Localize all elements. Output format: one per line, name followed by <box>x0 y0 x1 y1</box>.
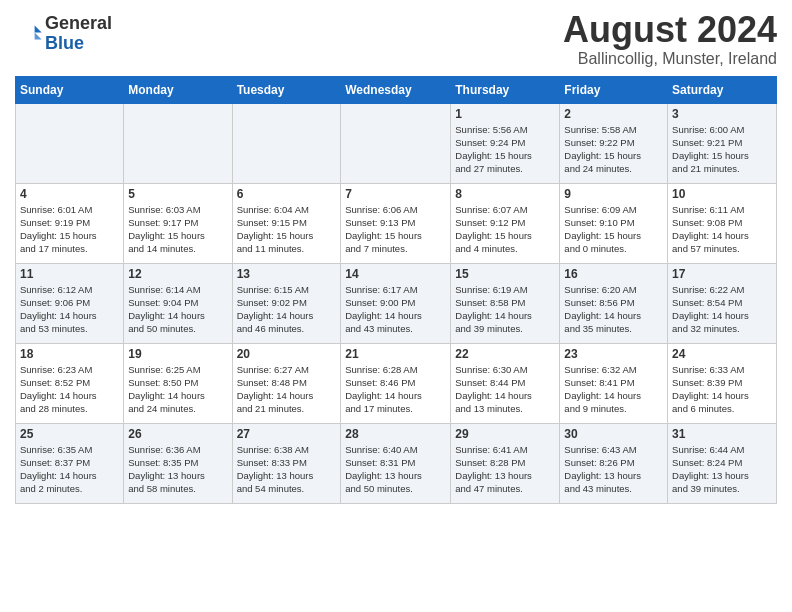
day-number: 26 <box>128 427 227 441</box>
day-number: 11 <box>20 267 119 281</box>
day-cell: 24Sunrise: 6:33 AM Sunset: 8:39 PM Dayli… <box>668 343 777 423</box>
day-cell: 21Sunrise: 6:28 AM Sunset: 8:46 PM Dayli… <box>341 343 451 423</box>
day-info: Sunrise: 6:40 AM Sunset: 8:31 PM Dayligh… <box>345 443 446 496</box>
day-info: Sunrise: 6:01 AM Sunset: 9:19 PM Dayligh… <box>20 203 119 256</box>
page-container: General Blue August 2024 Ballincollig, M… <box>0 0 792 514</box>
day-cell <box>341 103 451 183</box>
day-number: 7 <box>345 187 446 201</box>
logo-text: General Blue <box>45 14 112 54</box>
logo-blue: Blue <box>45 34 112 54</box>
day-info: Sunrise: 5:58 AM Sunset: 9:22 PM Dayligh… <box>564 123 663 176</box>
calendar-table: SundayMondayTuesdayWednesdayThursdayFrid… <box>15 76 777 504</box>
day-number: 22 <box>455 347 555 361</box>
day-number: 8 <box>455 187 555 201</box>
day-cell: 4Sunrise: 6:01 AM Sunset: 9:19 PM Daylig… <box>16 183 124 263</box>
day-number: 14 <box>345 267 446 281</box>
day-number: 9 <box>564 187 663 201</box>
day-info: Sunrise: 6:20 AM Sunset: 8:56 PM Dayligh… <box>564 283 663 336</box>
day-number: 24 <box>672 347 772 361</box>
day-info: Sunrise: 6:00 AM Sunset: 9:21 PM Dayligh… <box>672 123 772 176</box>
day-info: Sunrise: 6:17 AM Sunset: 9:00 PM Dayligh… <box>345 283 446 336</box>
day-number: 12 <box>128 267 227 281</box>
day-info: Sunrise: 6:03 AM Sunset: 9:17 PM Dayligh… <box>128 203 227 256</box>
day-info: Sunrise: 6:27 AM Sunset: 8:48 PM Dayligh… <box>237 363 337 416</box>
day-info: Sunrise: 6:04 AM Sunset: 9:15 PM Dayligh… <box>237 203 337 256</box>
day-cell <box>232 103 341 183</box>
day-cell: 28Sunrise: 6:40 AM Sunset: 8:31 PM Dayli… <box>341 423 451 503</box>
day-number: 27 <box>237 427 337 441</box>
day-number: 30 <box>564 427 663 441</box>
day-number: 19 <box>128 347 227 361</box>
day-number: 20 <box>237 347 337 361</box>
day-info: Sunrise: 5:56 AM Sunset: 9:24 PM Dayligh… <box>455 123 555 176</box>
day-header-sunday: Sunday <box>16 76 124 103</box>
day-number: 16 <box>564 267 663 281</box>
day-number: 31 <box>672 427 772 441</box>
day-info: Sunrise: 6:22 AM Sunset: 8:54 PM Dayligh… <box>672 283 772 336</box>
week-row-1: 1Sunrise: 5:56 AM Sunset: 9:24 PM Daylig… <box>16 103 777 183</box>
day-number: 1 <box>455 107 555 121</box>
day-info: Sunrise: 6:36 AM Sunset: 8:35 PM Dayligh… <box>128 443 227 496</box>
day-number: 13 <box>237 267 337 281</box>
day-number: 4 <box>20 187 119 201</box>
day-cell: 9Sunrise: 6:09 AM Sunset: 9:10 PM Daylig… <box>560 183 668 263</box>
month-title: August 2024 <box>563 10 777 50</box>
day-number: 6 <box>237 187 337 201</box>
day-info: Sunrise: 6:09 AM Sunset: 9:10 PM Dayligh… <box>564 203 663 256</box>
day-cell: 13Sunrise: 6:15 AM Sunset: 9:02 PM Dayli… <box>232 263 341 343</box>
day-info: Sunrise: 6:28 AM Sunset: 8:46 PM Dayligh… <box>345 363 446 416</box>
day-info: Sunrise: 6:12 AM Sunset: 9:06 PM Dayligh… <box>20 283 119 336</box>
day-header-tuesday: Tuesday <box>232 76 341 103</box>
day-cell: 11Sunrise: 6:12 AM Sunset: 9:06 PM Dayli… <box>16 263 124 343</box>
day-number: 3 <box>672 107 772 121</box>
day-number: 29 <box>455 427 555 441</box>
day-number: 10 <box>672 187 772 201</box>
day-cell: 14Sunrise: 6:17 AM Sunset: 9:00 PM Dayli… <box>341 263 451 343</box>
day-cell: 6Sunrise: 6:04 AM Sunset: 9:15 PM Daylig… <box>232 183 341 263</box>
day-info: Sunrise: 6:25 AM Sunset: 8:50 PM Dayligh… <box>128 363 227 416</box>
logo-icon <box>15 20 43 48</box>
day-info: Sunrise: 6:06 AM Sunset: 9:13 PM Dayligh… <box>345 203 446 256</box>
day-cell: 7Sunrise: 6:06 AM Sunset: 9:13 PM Daylig… <box>341 183 451 263</box>
day-cell: 12Sunrise: 6:14 AM Sunset: 9:04 PM Dayli… <box>124 263 232 343</box>
day-info: Sunrise: 6:33 AM Sunset: 8:39 PM Dayligh… <box>672 363 772 416</box>
day-info: Sunrise: 6:14 AM Sunset: 9:04 PM Dayligh… <box>128 283 227 336</box>
day-cell: 18Sunrise: 6:23 AM Sunset: 8:52 PM Dayli… <box>16 343 124 423</box>
day-cell: 25Sunrise: 6:35 AM Sunset: 8:37 PM Dayli… <box>16 423 124 503</box>
header: General Blue August 2024 Ballincollig, M… <box>15 10 777 68</box>
day-number: 18 <box>20 347 119 361</box>
day-cell: 19Sunrise: 6:25 AM Sunset: 8:50 PM Dayli… <box>124 343 232 423</box>
day-cell: 17Sunrise: 6:22 AM Sunset: 8:54 PM Dayli… <box>668 263 777 343</box>
day-info: Sunrise: 6:19 AM Sunset: 8:58 PM Dayligh… <box>455 283 555 336</box>
day-info: Sunrise: 6:30 AM Sunset: 8:44 PM Dayligh… <box>455 363 555 416</box>
day-info: Sunrise: 6:23 AM Sunset: 8:52 PM Dayligh… <box>20 363 119 416</box>
day-cell: 10Sunrise: 6:11 AM Sunset: 9:08 PM Dayli… <box>668 183 777 263</box>
location: Ballincollig, Munster, Ireland <box>563 50 777 68</box>
day-cell: 2Sunrise: 5:58 AM Sunset: 9:22 PM Daylig… <box>560 103 668 183</box>
day-header-saturday: Saturday <box>668 76 777 103</box>
day-cell: 23Sunrise: 6:32 AM Sunset: 8:41 PM Dayli… <box>560 343 668 423</box>
day-cell: 29Sunrise: 6:41 AM Sunset: 8:28 PM Dayli… <box>451 423 560 503</box>
day-number: 21 <box>345 347 446 361</box>
day-number: 2 <box>564 107 663 121</box>
logo-general: General <box>45 14 112 34</box>
day-header-thursday: Thursday <box>451 76 560 103</box>
week-row-5: 25Sunrise: 6:35 AM Sunset: 8:37 PM Dayli… <box>16 423 777 503</box>
day-cell <box>16 103 124 183</box>
day-cell: 22Sunrise: 6:30 AM Sunset: 8:44 PM Dayli… <box>451 343 560 423</box>
day-number: 23 <box>564 347 663 361</box>
day-info: Sunrise: 6:43 AM Sunset: 8:26 PM Dayligh… <box>564 443 663 496</box>
day-number: 17 <box>672 267 772 281</box>
day-number: 15 <box>455 267 555 281</box>
day-header-wednesday: Wednesday <box>341 76 451 103</box>
week-row-4: 18Sunrise: 6:23 AM Sunset: 8:52 PM Dayli… <box>16 343 777 423</box>
day-info: Sunrise: 6:15 AM Sunset: 9:02 PM Dayligh… <box>237 283 337 336</box>
day-info: Sunrise: 6:35 AM Sunset: 8:37 PM Dayligh… <box>20 443 119 496</box>
week-row-3: 11Sunrise: 6:12 AM Sunset: 9:06 PM Dayli… <box>16 263 777 343</box>
day-cell: 3Sunrise: 6:00 AM Sunset: 9:21 PM Daylig… <box>668 103 777 183</box>
svg-marker-0 <box>35 25 42 32</box>
day-info: Sunrise: 6:44 AM Sunset: 8:24 PM Dayligh… <box>672 443 772 496</box>
day-info: Sunrise: 6:07 AM Sunset: 9:12 PM Dayligh… <box>455 203 555 256</box>
day-cell: 1Sunrise: 5:56 AM Sunset: 9:24 PM Daylig… <box>451 103 560 183</box>
day-cell: 30Sunrise: 6:43 AM Sunset: 8:26 PM Dayli… <box>560 423 668 503</box>
